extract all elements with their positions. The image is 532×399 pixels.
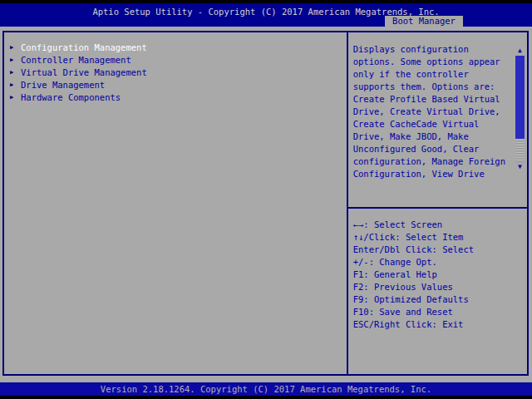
help-text-line: Drive, Create Virtual Drive, — [353, 106, 505, 118]
submenu-arrow-icon: ▶ — [10, 66, 21, 79]
scroll-up-icon[interactable]: ▲ — [515, 46, 525, 56]
item-help-section: Displays configuration options. Some opt… — [348, 32, 527, 209]
help-text-line: Drive, Make JBOD, Make — [353, 131, 505, 143]
tab-label: Boot Manager — [392, 16, 456, 26]
help-panel: Displays configuration options. Some opt… — [348, 32, 527, 374]
help-text-line: supports them. Options are: — [353, 81, 505, 93]
menu-item-label: Controller Management — [21, 54, 131, 66]
key-legend-line: F1: General Help — [353, 268, 527, 281]
scroll-down-icon[interactable]: ▼ — [515, 162, 525, 172]
help-text-line: only if the controller — [353, 68, 505, 81]
version-bar: Version 2.18.1264. Copyright (C) 2017 Am… — [0, 382, 532, 396]
main-area: ▶ Configuration Management ▶ Controller … — [2, 31, 529, 376]
submenu-arrow-icon: ▶ — [10, 79, 21, 91]
menu-item-label: Hardware Components — [21, 91, 121, 104]
submenu-arrow-icon: ▶ — [10, 42, 21, 54]
scrollbar-thumb[interactable] — [515, 56, 525, 139]
help-text-line: Create CacheCade Virtual — [353, 118, 505, 131]
key-legend-line: ↑↓/Click: Select Item — [353, 231, 527, 244]
menu-item-drive-management[interactable]: ▶ Drive Management — [10, 79, 347, 91]
help-text-line: Displays configuration — [353, 43, 505, 56]
tab-boot-manager[interactable]: Boot Manager — [385, 16, 463, 27]
menu-item-label: Virtual Drive Management — [21, 66, 147, 79]
menu-item-label: Drive Management — [21, 79, 105, 91]
key-legend-line: F10: Save and Reset — [353, 306, 527, 318]
scrollbar-track[interactable] — [515, 56, 525, 162]
submenu-arrow-icon: ▶ — [10, 91, 21, 104]
key-legend-line: ESC/Right Click: Exit — [353, 318, 527, 331]
key-legend-line: F9: Optimized Defaults — [353, 293, 527, 306]
version-text: Version 2.18.1264. Copyright (C) 2017 Am… — [101, 384, 431, 394]
help-text-line: configuration, Manage Foreign — [353, 155, 505, 168]
key-legend-line: +/-: Change Opt. — [353, 256, 527, 268]
key-legend-line: ←→: Select Screen — [353, 219, 527, 231]
bios-screen: Aptio Setup Utility - Copyright (C) 2017… — [0, 0, 532, 399]
help-text-line: Create Profile Based Virtual — [353, 93, 505, 106]
help-scrollbar[interactable]: ▲ ▼ — [515, 46, 525, 172]
help-text-line: options. Some options appear — [353, 56, 505, 68]
key-legend-line: F2: Previous Values — [353, 281, 527, 293]
key-legend-line: Enter/Dbl Click: Select — [353, 244, 527, 256]
menu-item-configuration-management[interactable]: ▶ Configuration Management — [10, 42, 347, 54]
title-bar: Aptio Setup Utility - Copyright (C) 2017… — [0, 3, 532, 27]
key-legend-section: ←→: Select Screen ↑↓/Click: Select Item … — [348, 209, 527, 374]
menu-item-virtual-drive-management[interactable]: ▶ Virtual Drive Management — [10, 66, 347, 79]
help-text-line: Unconfigured Good, Clear — [353, 143, 505, 155]
menu-item-controller-management[interactable]: ▶ Controller Management — [10, 54, 347, 66]
help-text-line: Configuration, View Drive — [353, 168, 505, 180]
menu-item-hardware-components[interactable]: ▶ Hardware Components — [10, 91, 347, 104]
submenu-arrow-icon: ▶ — [10, 54, 21, 66]
menu-item-label: Configuration Management — [21, 42, 147, 54]
menu-panel: ▶ Configuration Management ▶ Controller … — [4, 32, 348, 374]
